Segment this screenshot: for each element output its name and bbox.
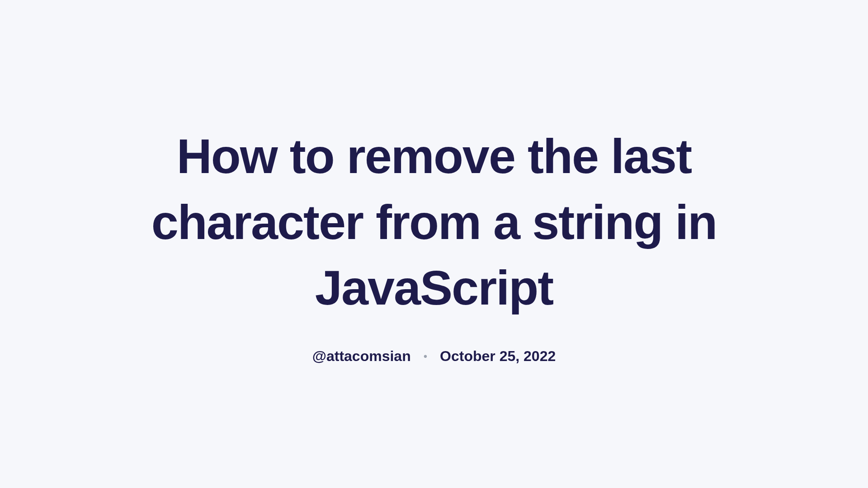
article-meta: @attacomsian • October 25, 2022 xyxy=(312,348,556,365)
publish-date: October 25, 2022 xyxy=(440,348,556,365)
separator-bullet: • xyxy=(424,351,427,362)
author-handle: @attacomsian xyxy=(312,348,411,365)
article-title: How to remove the last character from a … xyxy=(118,123,750,321)
